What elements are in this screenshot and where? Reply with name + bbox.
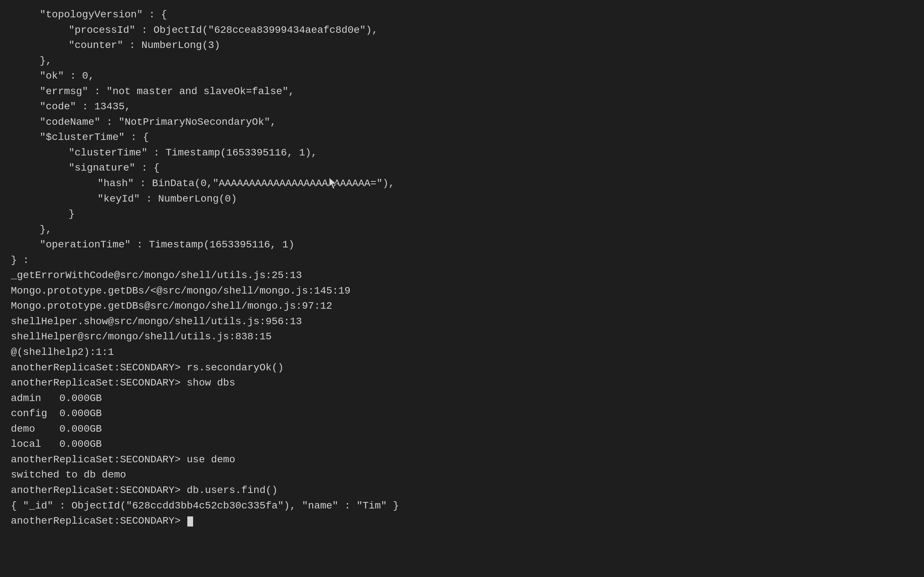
- terminal-cursor: [187, 516, 193, 527]
- line-keyid: "keyId" : NumberLong(0): [11, 192, 913, 207]
- line-find-result: { "_id" : ObjectId("628ccdd3bb4c52cb30c3…: [11, 498, 913, 514]
- line-clustertime-close: },: [11, 222, 913, 238]
- line-ok: "ok" : 0,: [11, 69, 913, 84]
- prompt-label-4: anotherReplicaSet:SECONDARY>: [11, 485, 187, 496]
- prompt-label-3: anotherReplicaSet:SECONDARY>: [11, 454, 187, 465]
- line-counter: "counter" : NumberLong(3): [11, 38, 913, 53]
- line-prompt-show-dbs: anotherReplicaSet:SECONDARY> show dbs: [11, 376, 913, 391]
- line-prompt-use-demo: anotherReplicaSet:SECONDARY> use demo: [11, 452, 913, 468]
- line-prompt-find: anotherReplicaSet:SECONDARY> db.users.fi…: [11, 483, 913, 498]
- line-db-local: local 0.000GB: [11, 437, 913, 452]
- command-find: db.users.find(): [187, 485, 278, 496]
- terminal: "topologyVersion" : { "processId" : Obje…: [11, 7, 913, 570]
- line-db-config: config 0.000GB: [11, 406, 913, 422]
- line-stack1: _getErrorWithCode@src/mongo/shell/utils.…: [11, 268, 913, 284]
- line-switched: switched to db demo: [11, 467, 913, 483]
- line-operation-time: "operationTime" : Timestamp(1653395116, …: [11, 237, 913, 253]
- line-root-close: } :: [11, 253, 913, 268]
- line-sig-close: }: [11, 206, 913, 222]
- prompt-label: anotherReplicaSet:SECONDARY>: [11, 362, 187, 373]
- line-signature-open: "signature" : {: [11, 161, 913, 176]
- line-stack4: shellHelper.show@src/mongo/shell/utils.j…: [11, 314, 913, 330]
- line-db-admin: admin 0.000GB: [11, 391, 913, 406]
- prompt-label-2: anotherReplicaSet:SECONDARY>: [11, 377, 187, 388]
- line-codename: "codeName" : "NotPrimaryNoSecondaryOk",: [11, 115, 913, 130]
- command-show-dbs: show dbs: [187, 377, 235, 388]
- command-secondary-ok: rs.secondaryOk(): [187, 362, 284, 373]
- command-use-demo: use demo: [187, 454, 235, 465]
- line-clustertime-val: "clusterTime" : Timestamp(1653395116, 1)…: [11, 145, 913, 161]
- line-stack6: @(shellhelp2):1:1: [11, 345, 913, 360]
- line-close1: },: [11, 53, 913, 69]
- line-stack5: shellHelper@src/mongo/shell/utils.js:838…: [11, 329, 913, 345]
- line-db-demo: demo 0.000GB: [11, 422, 913, 437]
- line-code: "code" : 13435,: [11, 99, 913, 115]
- line-clustertime-open: "$clusterTime" : {: [11, 130, 913, 145]
- line-prompt-secondary-ok: anotherReplicaSet:SECONDARY> rs.secondar…: [11, 360, 913, 376]
- line-process-id: "processId" : ObjectId("628ccea83999434a…: [11, 23, 913, 38]
- prompt-label-final: anotherReplicaSet:SECONDARY>: [11, 515, 187, 527]
- line-hash: "hash" : BinData(0,"AAAAAAAAAAAAAAAAAAAA…: [11, 176, 913, 192]
- line-errmsg: "errmsg" : "not master and slaveOk=false…: [11, 84, 913, 100]
- line-prompt-final[interactable]: anotherReplicaSet:SECONDARY>: [11, 514, 913, 529]
- line-topology-version: "topologyVersion" : {: [11, 7, 913, 23]
- line-stack2: Mongo.prototype.getDBs/<@src/mongo/shell…: [11, 284, 913, 299]
- line-stack3: Mongo.prototype.getDBs@src/mongo/shell/m…: [11, 298, 913, 314]
